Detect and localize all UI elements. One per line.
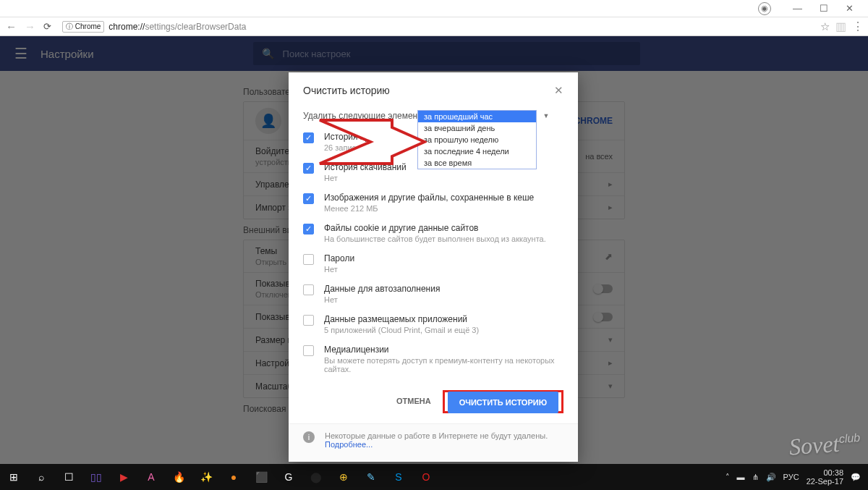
taskbar-item[interactable]: ●	[220, 464, 247, 490]
close-window-icon[interactable]: ✕	[846, 3, 854, 14]
taskbar-item[interactable]: G	[275, 464, 302, 490]
dropdown-option[interactable]: за прошлую неделю	[418, 134, 536, 145]
tray-notifications-icon[interactable]: 💬	[851, 473, 861, 482]
minimize-icon[interactable]: ―	[793, 3, 802, 14]
checkbox-label: Данные для автозаполнения	[324, 284, 440, 294]
dialog-title: Очистить историю	[303, 85, 390, 96]
checkbox[interactable]: ✓	[303, 163, 314, 174]
taskbar-item[interactable]: ⊕	[330, 464, 357, 490]
checkbox-label: Данные размещаемых приложений	[324, 314, 479, 324]
time-range-dropdown: за прошедший часза вчерашний деньза прош…	[417, 110, 537, 169]
dropdown-option[interactable]: за прошедший час	[418, 111, 536, 122]
checkbox-label: Изображения и другие файлы, сохраненные …	[324, 193, 534, 203]
checkbox-label: Медиалицензии	[324, 345, 563, 355]
tray-up-icon[interactable]: ˄	[726, 473, 730, 482]
learn-more-link[interactable]: Подробнее...	[325, 440, 373, 449]
address-bar[interactable]: ⓘ Chrome chrome://settings/clearBrowserD…	[62, 21, 814, 33]
highlight-annotation: ОЧИСТИТЬ ИСТОРИЮ	[443, 390, 563, 413]
checkbox[interactable]: ✓	[303, 193, 314, 204]
maximize-icon[interactable]: ☐	[820, 3, 828, 14]
taskbar-item[interactable]: 🔥	[165, 464, 192, 490]
watermark: Sovetclub	[788, 429, 861, 461]
taskbar-item[interactable]: ▯▯	[82, 464, 110, 490]
cancel-button[interactable]: ОТМЕНА	[388, 390, 440, 413]
forward-icon: →	[25, 20, 38, 33]
back-icon[interactable]: ←	[6, 20, 19, 33]
taskbar-item[interactable]: ⬛	[247, 464, 275, 490]
tray-wifi-icon[interactable]: ⋔	[752, 473, 759, 482]
taskbar-item[interactable]: ▶	[110, 464, 137, 490]
tray-battery-icon[interactable]: ▬	[737, 473, 745, 481]
checkbox[interactable]: ✓	[303, 224, 314, 235]
panels-icon[interactable]: ▥	[835, 20, 846, 33]
clear-button[interactable]: ОЧИСТИТЬ ИСТОРИЮ	[448, 392, 558, 413]
taskbar-item[interactable]: A	[137, 464, 165, 490]
taskbar-item[interactable]: ⌕	[27, 464, 55, 490]
svg-marker-0	[320, 120, 425, 164]
info-icon: i	[303, 431, 315, 443]
checkbox[interactable]	[303, 345, 314, 356]
taskbar-item[interactable]: ⊞	[0, 464, 27, 490]
taskbar-item[interactable]: ✨	[192, 464, 220, 490]
taskbar-item[interactable]: ⬤	[302, 464, 330, 490]
arrow-annotation	[318, 114, 427, 172]
dropdown-option[interactable]: за все время	[418, 157, 536, 169]
checkbox-label: Файлы cookie и другие данные сайтов	[324, 223, 546, 233]
taskbar-item[interactable]: ☐	[55, 464, 82, 490]
tray-clock[interactable]: 00:3822-Sep-17	[807, 468, 843, 486]
checkbox[interactable]: ✓	[303, 132, 314, 143]
bookmark-star-icon[interactable]: ☆	[820, 20, 830, 33]
tray-lang[interactable]: РУС	[783, 473, 799, 481]
tray-volume-icon[interactable]: 🔊	[766, 473, 776, 482]
checkbox[interactable]	[303, 315, 314, 326]
taskbar-item[interactable]: ✎	[357, 464, 385, 490]
dropdown-option[interactable]: за последние 4 недели	[418, 145, 536, 157]
chevron-down-icon: ▼	[542, 112, 549, 119]
dropdown-option[interactable]: за вчерашний день	[418, 122, 536, 134]
taskbar-item[interactable]: O	[412, 464, 440, 490]
close-icon[interactable]: ✕	[554, 84, 563, 97]
checkbox-label: Пароли	[324, 253, 354, 263]
reload-icon[interactable]: ⟳	[43, 21, 56, 32]
taskbar-item[interactable]: S	[385, 464, 412, 490]
browser-menu-icon[interactable]: ⋮	[852, 20, 862, 33]
checkbox[interactable]	[303, 284, 314, 295]
profile-icon[interactable]: ◉	[758, 2, 771, 15]
checkbox[interactable]	[303, 254, 314, 265]
